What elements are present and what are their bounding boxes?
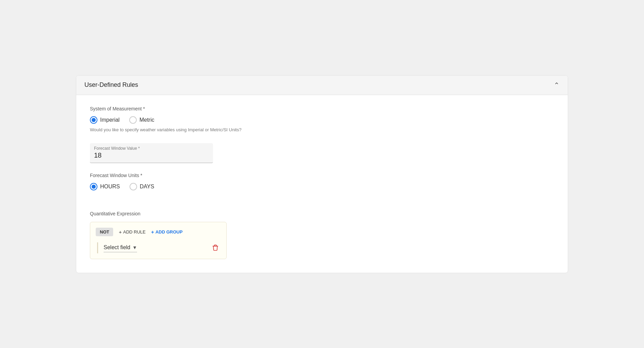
dropdown-icon: ▼	[132, 245, 137, 250]
card-header: User-Defined Rules ⌃	[76, 76, 568, 95]
divider	[90, 200, 554, 211]
card-title: User-Defined Rules	[84, 81, 138, 89]
radio-hours-label: HOURS	[100, 184, 120, 190]
radio-hours[interactable]: HOURS	[90, 183, 120, 190]
add-rule-label: ADD RULE	[123, 229, 146, 235]
measurement-radio-group: Imperial Metric	[90, 116, 554, 124]
radio-metric-label: Metric	[139, 117, 155, 123]
radio-imperial-inner	[92, 118, 96, 122]
forecast-window-units-section: Forecast Window Units * HOURS DAYS	[90, 173, 554, 190]
not-button[interactable]: NOT	[96, 228, 113, 236]
radio-imperial-outer	[90, 116, 97, 124]
add-group-button[interactable]: + ADD GROUP	[151, 229, 183, 235]
select-field-wrapper: Select field ▼	[104, 242, 221, 253]
forecast-window-value-wrapper: Forecast Window Value *	[90, 143, 213, 163]
radio-imperial-label: Imperial	[100, 117, 120, 123]
measurement-label: System of Measurement *	[90, 106, 554, 111]
measurement-hint: Would you like to specify weather variab…	[90, 127, 554, 132]
forecast-units-radio-group: HOURS DAYS	[90, 183, 554, 190]
radio-hours-outer	[90, 183, 97, 190]
quantitative-expression-section: Quantitative Expression NOT + ADD RULE +…	[90, 211, 554, 259]
radio-metric[interactable]: Metric	[129, 116, 155, 124]
add-rule-plus-icon: +	[119, 229, 122, 235]
expression-box: NOT + ADD RULE + ADD GROUP Select field	[90, 222, 227, 259]
forecast-window-value-section: Forecast Window Value *	[90, 143, 554, 163]
quantitative-expression-label: Quantitative Expression	[90, 211, 554, 216]
radio-metric-outer	[129, 116, 137, 124]
radio-days-label: DAYS	[140, 184, 154, 190]
add-group-label: ADD GROUP	[156, 229, 183, 235]
radio-days[interactable]: DAYS	[130, 183, 154, 190]
radio-days-outer	[130, 183, 137, 190]
add-rule-button[interactable]: + ADD RULE	[119, 229, 146, 235]
collapse-icon[interactable]: ⌃	[554, 81, 560, 89]
trash-icon	[211, 244, 219, 252]
select-field-label: Select field	[104, 244, 130, 251]
expression-toolbar: NOT + ADD RULE + ADD GROUP	[96, 228, 221, 236]
user-defined-rules-card: User-Defined Rules ⌃ System of Measureme…	[76, 75, 568, 273]
forecast-window-value-input[interactable]	[94, 151, 209, 159]
add-group-plus-icon: +	[151, 229, 154, 235]
radio-hours-inner	[92, 185, 96, 189]
delete-rule-button[interactable]	[210, 242, 221, 253]
forecast-window-units-label: Forecast Window Units *	[90, 173, 554, 178]
select-field-button[interactable]: Select field ▼	[104, 243, 137, 252]
card-body: System of Measurement * Imperial Metric …	[76, 95, 568, 273]
rule-row: Select field ▼	[97, 242, 221, 253]
forecast-window-value-label: Forecast Window Value *	[94, 146, 209, 151]
measurement-section: System of Measurement * Imperial Metric …	[90, 106, 554, 132]
radio-imperial[interactable]: Imperial	[90, 116, 120, 124]
